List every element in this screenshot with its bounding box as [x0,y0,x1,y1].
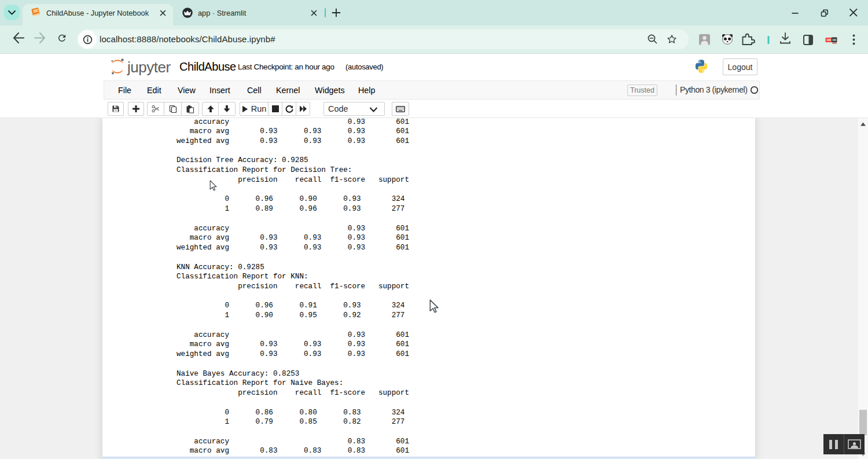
svg-text:DK: DK [833,38,837,42]
svg-text:OK: OK [827,38,832,42]
